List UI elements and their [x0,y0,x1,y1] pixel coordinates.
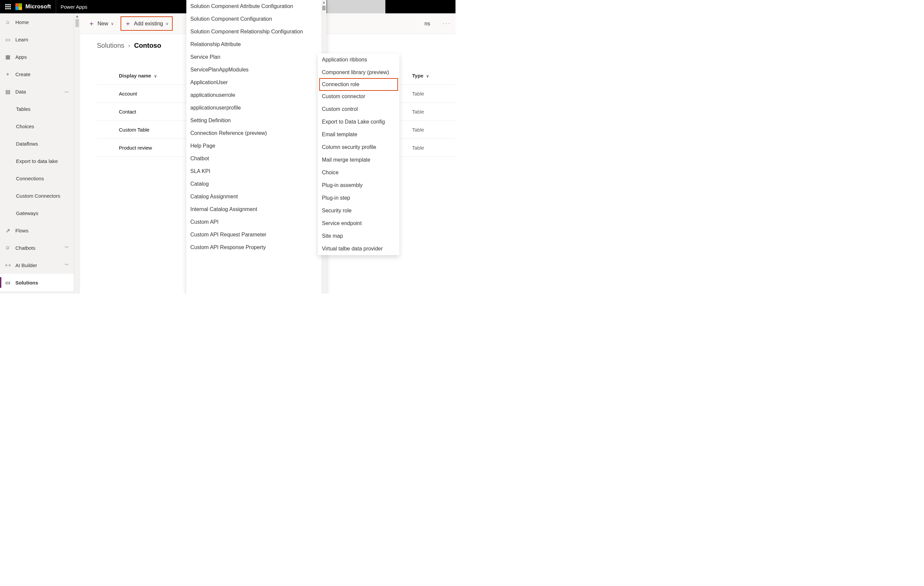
menu-item-custom-api-response-property[interactable]: Custom API Response Property [186,241,327,254]
menu-item-applicationuser[interactable]: ApplicationUser [186,76,327,89]
menu-item-custom-api-request-parameter[interactable]: Custom API Request Parameter [186,228,327,241]
plus-icon: ＋ [88,19,95,28]
ai-builder-icon: ∘∘ [5,262,11,269]
nav-item-flows[interactable]: ⇗Flows [0,222,74,239]
nav-item-create[interactable]: ＋Create [0,66,74,83]
add-existing-submenu: Application ribbonsComponent library (pr… [318,53,399,255]
data-icon: ▤ [5,89,11,95]
command-trail[interactable]: ns [424,21,430,27]
app-name: Power Apps [61,4,87,10]
chevron-down-icon: ∨ [154,74,157,78]
menu-item-custom-api[interactable]: Custom API [186,216,327,228]
nav-item-label: Tables [16,106,30,112]
cell-type: Table [412,145,455,150]
nav-item-data[interactable]: ▤Data︿ [0,83,74,100]
nav-item-label: Create [15,71,30,77]
menu-item-service-plan[interactable]: Service Plan [186,51,327,63]
title-bar-placeholder [327,0,385,13]
chatbots-icon: ☺ [5,245,11,251]
learn-icon: ▭ [5,36,11,43]
col-type[interactable]: Type∨ [412,73,455,78]
nav-item-chatbots[interactable]: ☺Chatbots﹀ [0,239,74,256]
chevron-right-icon: › [128,43,130,49]
nav-item-label: Dataflows [16,141,38,147]
nav-item-dataflows[interactable]: Dataflows [0,135,74,152]
submenu-item-export-to-data-lake-config[interactable]: Export to Data Lake config [318,116,399,128]
submenu-item-application-ribbons[interactable]: Application ribbons [318,53,399,66]
cell-type: Table [412,91,455,96]
scroll-thumb[interactable] [76,19,79,27]
nav-item-label: Gateways [16,210,38,216]
nav-item-ai-builder[interactable]: ∘∘AI Builder﹀ [0,256,74,274]
chevron-down-icon: ∨ [111,21,114,26]
menu-item-applicationuserprofile[interactable]: applicationuserprofile [186,102,327,114]
menu-item-solution-component-relationship-configuration[interactable]: Solution Component Relationship Configur… [186,25,327,38]
submenu-item-service-endpoint[interactable]: Service endpoint [318,217,399,230]
home-icon: ⌂ [5,19,11,25]
submenu-item-connection-role[interactable]: Connection role [319,78,398,91]
nav-item-apps[interactable]: ▦Apps [0,48,74,66]
menu-item-relationship-attribute[interactable]: Relationship Attribute [186,38,327,51]
nav-item-label: Export to data lake [16,158,58,164]
menu-item-setting-definition[interactable]: Setting Definition [186,114,327,127]
apps-icon: ▦ [5,54,11,60]
flows-icon: ⇗ [5,228,11,234]
breadcrumb: Solutions › Contoso [97,42,161,50]
scroll-up-icon[interactable]: ▲ [74,13,80,19]
submenu-item-security-role[interactable]: Security role [318,204,399,217]
cell-type: Table [412,127,455,132]
create-icon: ＋ [5,71,11,78]
nav-item-export-to-data-lake[interactable]: Export to data lake [0,152,74,170]
menu-item-solution-component-configuration[interactable]: Solution Component Configuration [186,13,327,25]
nav-item-connections[interactable]: Connections [0,170,74,187]
submenu-item-column-security-profile[interactable]: Column security profile [318,141,399,154]
chevron-icon: ︿ [64,89,69,94]
submenu-item-plug-in-step[interactable]: Plug-in step [318,191,399,204]
submenu-item-mail-merge-template[interactable]: Mail merge template [318,154,399,166]
overflow-icon[interactable]: ··· [443,20,451,27]
nav-item-gateways[interactable]: Gateways [0,204,74,222]
breadcrumb-root[interactable]: Solutions [97,42,124,50]
menu-item-catalog-assignment[interactable]: Catalog Assignment [186,190,327,203]
menu-item-connection-reference-preview[interactable]: Connection Reference (preview) [186,127,327,140]
submenu-item-choice[interactable]: Choice [318,166,399,179]
nav-item-label: Chatbots [15,245,35,251]
breadcrumb-current: Contoso [134,42,161,50]
menu-item-solution-component-attribute-configuration[interactable]: Solution Component Attribute Configurati… [186,0,327,13]
nav-item-home[interactable]: ⌂Home [0,13,74,31]
submenu-item-email-template[interactable]: Email template [318,128,399,141]
nav-item-label: AI Builder [15,262,37,268]
nav-item-learn[interactable]: ▭Learn [0,31,74,48]
nav-item-solutions[interactable]: ▭Solutions [0,274,74,291]
submenu-item-virtual-talbe-data-provider[interactable]: Virtual talbe data provider [318,243,399,255]
scroll-up-icon[interactable]: ▲ [321,0,327,5]
nav-item-choices[interactable]: Choices [0,117,74,135]
chevron-icon: ﹀ [64,262,69,268]
nav-item-label: Apps [15,54,27,60]
nav-item-label: Custom Connectors [16,193,61,199]
submenu-item-custom-control[interactable]: Custom control [318,103,399,116]
app-launcher-icon[interactable] [5,4,11,9]
nav-item-tables[interactable]: Tables [0,100,74,117]
menu-item-internal-catalog-assignment[interactable]: Internal Catalog Assignment [186,203,327,216]
menu-item-serviceplanappmodules[interactable]: ServicePlanAppModules [186,63,327,76]
menu-item-catalog[interactable]: Catalog [186,178,327,190]
submenu-item-plug-in-assembly[interactable]: Plug-in assembly [318,179,399,191]
menu-item-help-page[interactable]: Help Page [186,140,327,152]
chevron-down-icon: ∨ [426,74,429,78]
nav-scrollbar[interactable]: ▲ [74,13,80,294]
scroll-thumb[interactable] [322,6,326,10]
nav-item-label: Home [15,19,29,25]
submenu-item-custom-connector[interactable]: Custom connector [318,90,399,103]
add-existing-menu: Solution Component Attribute Configurati… [186,0,327,294]
menu-item-applicationuserrole[interactable]: applicationuserrole [186,89,327,102]
new-button[interactable]: ＋ New ∨ [85,17,117,31]
menu-item-sla-kpi[interactable]: SLA KPI [186,165,327,178]
submenu-item-site-map[interactable]: Site map [318,230,399,243]
ms-logo-icon [15,3,22,10]
menu-item-chatbot[interactable]: Chatbot [186,152,327,165]
nav-item-custom-connectors[interactable]: Custom Connectors [0,187,74,204]
submenu-item-component-library-preview[interactable]: Component library (preview) [318,66,399,79]
nav-item-label: Data [15,89,26,94]
add-existing-button[interactable]: ＋ Add existing ∨ [120,17,173,31]
